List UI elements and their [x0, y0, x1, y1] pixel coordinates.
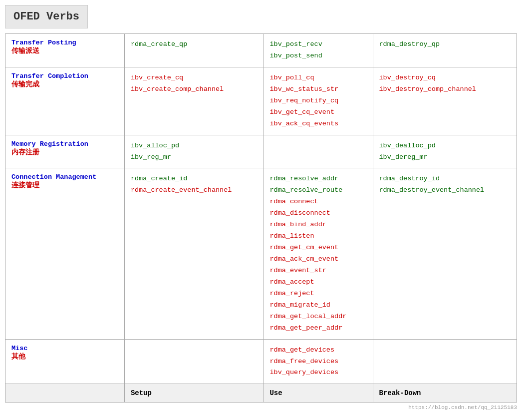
function-name: ibv_poll_cq: [269, 72, 366, 84]
page-title: OFED Verbs: [5, 5, 88, 28]
category-zh: 其他: [11, 353, 25, 361]
function-name: ibv_ack_cq_events: [269, 118, 366, 130]
function-name: rdma_resolve_route: [269, 185, 366, 196]
setup-cell: rdma_create_idrdma_create_event_channel: [124, 168, 263, 339]
setup-cell: ibv_alloc_pdibv_reg_mr: [124, 135, 263, 168]
function-name: ibv_create_comp_channel: [131, 84, 258, 95]
table-row: Transfer Completion传输完成ibv_create_cqibv_…: [5, 67, 517, 135]
function-name: rdma_ack_cm_event: [269, 254, 366, 265]
function-name: rdma_destroy_event_channel: [379, 185, 511, 196]
main-table: Transfer Posting传输派送rdma_create_qpibv_po…: [5, 33, 517, 403]
function-name: rdma_resolve_addr: [269, 173, 366, 185]
setup-cell: rdma_create_qp: [124, 34, 263, 67]
function-name: rdma_accept: [269, 277, 366, 288]
function-name: rdma_listen: [269, 231, 366, 242]
use-cell: ibv_post_recvibv_post_send: [263, 34, 373, 67]
use-cell: ibv_poll_cqibv_wc_status_stribv_req_noti…: [263, 67, 373, 135]
setup-cell: [124, 339, 263, 384]
table-row: Misc其他rdma_get_devicesrdma_free_devicesi…: [5, 339, 517, 384]
function-name: rdma_get_peer_addr: [269, 323, 366, 334]
function-name: rdma_migrate_id: [269, 300, 366, 311]
function-name: ibv_wc_status_str: [269, 84, 366, 95]
function-name: rdma_create_event_channel: [131, 185, 258, 196]
use-cell: [263, 135, 373, 168]
function-name: rdma_create_qp: [131, 39, 258, 50]
function-name: ibv_destroy_cq: [379, 72, 511, 84]
function-name: ibv_reg_mr: [131, 152, 258, 163]
category-en: Memory Registration: [11, 140, 88, 148]
breakdown-cell: [373, 339, 517, 384]
function-name: ibv_get_cq_event: [269, 107, 366, 118]
function-name: ibv_req_notify_cq: [269, 95, 366, 107]
category-en: Misc: [11, 345, 27, 352]
function-name: rdma_create_id: [131, 173, 258, 185]
footer-header-2: Use: [263, 384, 373, 403]
function-name: rdma_reject: [269, 288, 366, 300]
function-name: rdma_connect: [269, 196, 366, 208]
category-cell: Transfer Completion传输完成: [5, 67, 125, 135]
breakdown-cell: ibv_dealloc_pdibv_dereg_mr: [373, 135, 517, 168]
function-name: ibv_dereg_mr: [379, 152, 511, 163]
function-name: ibv_destroy_comp_channel: [379, 84, 511, 95]
function-name: rdma_get_devices: [269, 345, 366, 356]
footer-header-3: Break-Down: [373, 384, 517, 403]
use-cell: rdma_get_devicesrdma_free_devicesibv_que…: [263, 339, 373, 384]
table-row: Memory Registration内存注册ibv_alloc_pdibv_r…: [5, 135, 517, 168]
category-cell: Connection Management连接管理: [5, 168, 125, 339]
breakdown-cell: rdma_destroy_qp: [373, 34, 517, 67]
breakdown-cell: ibv_destroy_cqibv_destroy_comp_channel: [373, 67, 517, 135]
watermark: https://blog.csdn.net/qq_21125183: [5, 405, 517, 411]
category-en: Transfer Posting: [11, 39, 76, 46]
function-name: rdma_destroy_qp: [379, 39, 511, 50]
category-cell: Memory Registration内存注册: [5, 135, 125, 168]
function-name: rdma_destroy_id: [379, 173, 511, 185]
function-name: rdma_event_str: [269, 265, 366, 277]
page-wrapper: OFED Verbs Transfer Posting传输派送rdma_crea…: [0, 0, 522, 416]
footer-row: SetupUseBreak-Down: [5, 384, 517, 403]
function-name: rdma_free_devices: [269, 356, 366, 368]
category-en: Connection Management: [11, 173, 96, 181]
table-row: Connection Management连接管理rdma_create_idr…: [5, 168, 517, 339]
category-cell: Transfer Posting传输派送: [5, 34, 125, 67]
function-name: rdma_disconnect: [269, 208, 366, 219]
category-zh: 连接管理: [11, 182, 39, 189]
function-name: rdma_get_cm_event: [269, 242, 366, 254]
category-en: Transfer Completion: [11, 72, 88, 80]
category-cell: Misc其他: [5, 339, 125, 384]
category-zh: 传输完成: [11, 81, 39, 88]
category-zh: 内存注册: [11, 149, 39, 156]
function-name: ibv_post_recv: [269, 39, 366, 50]
function-name: ibv_dealloc_pd: [379, 140, 511, 152]
footer-header-0: [5, 384, 125, 403]
use-cell: rdma_resolve_addrrdma_resolve_routerdma_…: [263, 168, 373, 339]
function-name: ibv_query_devices: [269, 367, 366, 379]
breakdown-cell: rdma_destroy_idrdma_destroy_event_channe…: [373, 168, 517, 339]
footer-header-1: Setup: [124, 384, 263, 403]
category-zh: 传输派送: [11, 47, 39, 55]
table-row: Transfer Posting传输派送rdma_create_qpibv_po…: [5, 34, 517, 67]
function-name: ibv_create_cq: [131, 72, 258, 84]
function-name: ibv_post_send: [269, 50, 366, 62]
function-name: rdma_bind_addr: [269, 219, 366, 231]
setup-cell: ibv_create_cqibv_create_comp_channel: [124, 67, 263, 135]
function-name: rdma_get_local_addr: [269, 311, 366, 323]
function-name: ibv_alloc_pd: [131, 140, 258, 152]
